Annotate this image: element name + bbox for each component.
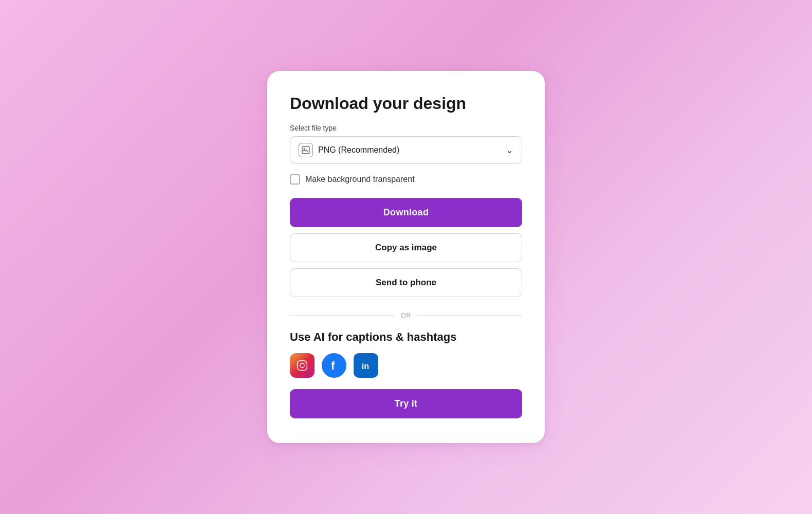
chevron-down-icon: ⌄ [506, 144, 513, 156]
svg-text:f: f [331, 359, 335, 372]
ai-section-title: Use AI for captions & hashtags [290, 331, 522, 344]
facebook-icon[interactable]: f [322, 353, 346, 378]
divider: OR [290, 311, 522, 319]
divider-line-right [417, 315, 522, 316]
try-it-button[interactable]: Try it [290, 389, 522, 418]
svg-rect-0 [302, 146, 309, 154]
svg-text:in: in [362, 361, 370, 371]
send-to-phone-button[interactable]: Send to phone [290, 268, 522, 297]
download-button[interactable]: Download [290, 198, 522, 227]
linkedin-icon[interactable]: in [354, 353, 378, 378]
svg-rect-2 [298, 360, 307, 370]
copy-as-image-button[interactable]: Copy as image [290, 233, 522, 262]
instagram-icon[interactable] [290, 353, 315, 378]
divider-line-left [290, 315, 395, 316]
image-file-icon [299, 143, 313, 157]
transparent-bg-label: Make background transparent [305, 175, 415, 184]
modal-title: Download your design [290, 94, 522, 113]
file-type-label: Select file type [290, 124, 522, 132]
svg-point-4 [304, 362, 305, 363]
file-type-value: PNG (Recommended) [318, 145, 501, 155]
download-modal: Download your design Select file type PN… [267, 71, 545, 443]
svg-point-1 [304, 148, 305, 149]
svg-point-3 [300, 363, 304, 368]
transparent-bg-checkbox[interactable] [290, 174, 300, 185]
transparent-bg-row: Make background transparent [290, 174, 522, 185]
file-type-dropdown[interactable]: PNG (Recommended) ⌄ [290, 136, 522, 164]
divider-text: OR [401, 311, 412, 319]
social-icons-row: f in [290, 353, 522, 378]
